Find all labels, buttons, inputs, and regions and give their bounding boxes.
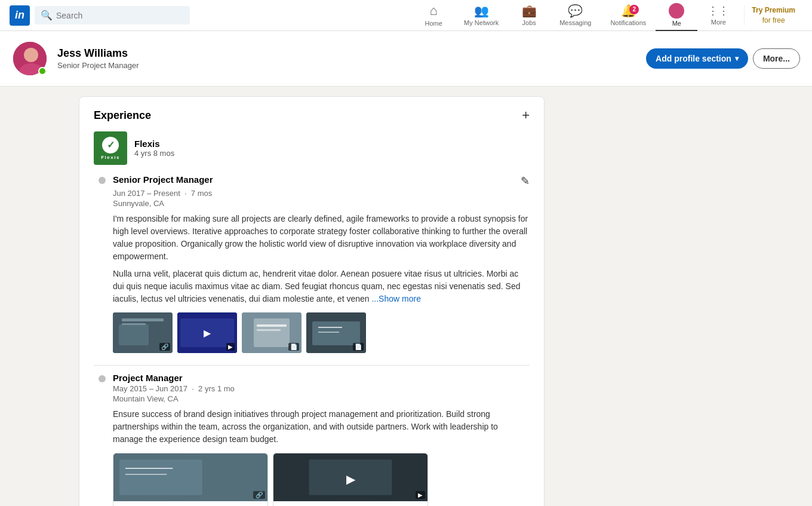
job-location-1: Sunnyvale, CA [113, 199, 530, 208]
media-badge-2: ▶ [226, 343, 235, 351]
nav-notifications-label: Notifications [610, 19, 646, 26]
svg-rect-14 [257, 324, 287, 327]
premium-label: Try Premium [752, 5, 795, 16]
job-location-2: Mountain View, CA [113, 394, 530, 403]
add-profile-section-button[interactable]: Add profile section ▾ [646, 48, 748, 69]
job-desc-1: I'm responsible for making sure all proj… [113, 213, 530, 263]
jobs-icon [522, 4, 537, 18]
messaging-icon [568, 4, 583, 18]
main-layout: Experience + ✓ Flexis Flexis 4 yrs 8 mos [69, 96, 743, 506]
job-content-2: Project Manager May 2015 – Jun 2017 · 2 … [113, 373, 530, 506]
svg-rect-13 [254, 318, 290, 347]
linkedin-logo[interactable]: in [10, 5, 30, 26]
svg-text:▶: ▶ [346, 473, 356, 486]
nav-more[interactable]: ⋮⋮ More [697, 0, 739, 31]
media-card-2-title: Healthy team dynamics [273, 501, 427, 506]
right-sidebar [554, 96, 733, 506]
nav-messaging[interactable]: Messaging [550, 0, 601, 31]
media-card-1[interactable]: 🔗 Managing large scale projects at Flexi… [113, 453, 268, 506]
job-title-1: Senior Project Manager [113, 174, 213, 185]
profile-title: Senior Project Manager [57, 61, 636, 70]
nav-messaging-label: Messaging [559, 19, 591, 26]
company-name: Flexis [134, 139, 174, 149]
nav-home-label: Home [425, 20, 442, 27]
job-meta-1: Jun 2017 – Present · 7 mos [113, 189, 530, 198]
media-badge-3: 📄 [288, 343, 299, 351]
nav-network[interactable]: My Network [454, 0, 508, 31]
grid-icon: ⋮⋮ [708, 4, 729, 17]
svg-rect-8 [122, 323, 146, 325]
section-title: Experience [94, 109, 151, 122]
nav-me[interactable]: Me [656, 0, 697, 31]
svg-rect-15 [257, 329, 281, 331]
premium-sub-label: for free [762, 16, 785, 26]
company-logo-icon: ✓ [102, 137, 119, 154]
company-info: Flexis 4 yrs 8 mos [134, 139, 174, 158]
nav-me-label: Me [672, 20, 681, 27]
svg-text:▶: ▶ [204, 328, 211, 338]
experience-section: Experience + ✓ Flexis Flexis 4 yrs 8 mos [79, 96, 545, 506]
media-thumb-4[interactable]: 📄 [306, 312, 366, 353]
svg-point-3 [24, 48, 38, 62]
company-duration: 4 yrs 8 mos [134, 149, 174, 158]
media-card-2-badge: ▶ [416, 491, 425, 499]
nav-items: Home My Network Jobs Messaging 2 Notific… [413, 0, 802, 31]
nav-notifications[interactable]: 2 Notifications [601, 0, 656, 31]
add-experience-button[interactable]: + [522, 109, 530, 122]
search-input[interactable] [56, 11, 184, 20]
timeline-dot-2 [99, 375, 106, 382]
section-header: Experience + [94, 109, 530, 122]
media-thumb-3[interactable]: 📄 [242, 312, 302, 353]
company-header: ✓ Flexis Flexis 4 yrs 8 mos [94, 131, 530, 165]
premium-button[interactable]: Try Premium for free [744, 5, 802, 26]
svg-rect-21 [119, 459, 202, 495]
media-card-2[interactable]: ▶ ▶ Healthy team dynamics [273, 453, 428, 506]
search-icon: 🔍 [41, 10, 53, 21]
job-header-2: Project Manager [113, 373, 530, 383]
profile-avatar-wrap [12, 41, 48, 76]
job-period-1: Jun 2017 – Present [113, 189, 180, 198]
media-card-2-img: ▶ ▶ [273, 453, 427, 501]
media-badge-4: 📄 [353, 343, 364, 351]
job-duration-2: 2 yrs 1 mo [198, 384, 235, 393]
job-entry-senior-pm: Senior Project Manager ✎ Jun 2017 – Pres… [94, 174, 530, 353]
media-card-1-title: Managing large scale projects at Flexis [113, 501, 267, 506]
profile-name: Jess Williams [57, 47, 636, 60]
profile-info: Jess Williams Senior Project Manager [57, 47, 636, 70]
job-entry-pm: Project Manager May 2015 – Jun 2017 · 2 … [94, 373, 530, 506]
company-logo-text: Flexis [101, 155, 120, 160]
edit-job-1-button[interactable]: ✎ [521, 174, 530, 188]
more-button[interactable]: More... [753, 48, 800, 69]
job-meta-2: May 2015 – Jun 2017 · 2 yrs 1 mo [113, 384, 530, 393]
show-more-1[interactable]: ...Show more [371, 294, 420, 303]
search-bar[interactable]: 🔍 [35, 6, 190, 24]
nav-jobs[interactable]: Jobs [508, 0, 550, 31]
home-icon [429, 3, 437, 19]
add-section-label: Add profile section [656, 54, 731, 63]
nav-network-label: My Network [464, 19, 499, 26]
svg-point-1 [671, 13, 682, 19]
media-thumb-1[interactable]: 🔗 [113, 312, 173, 353]
dropdown-arrow-icon: ▾ [735, 54, 739, 63]
timeline-dot-1 [99, 177, 106, 184]
notification-badge: 2 [629, 5, 639, 14]
svg-rect-6 [119, 324, 149, 345]
job-2-media-cards: 🔗 Managing large scale projects at Flexi… [113, 453, 530, 506]
svg-point-0 [673, 6, 679, 12]
main-content: Experience + ✓ Flexis Flexis 4 yrs 8 mos [79, 96, 545, 506]
svg-rect-7 [122, 318, 164, 321]
job-title-2: Project Manager [113, 373, 183, 383]
company-logo: ✓ Flexis [94, 131, 127, 165]
media-thumb-2[interactable]: ▶ ▶ [177, 312, 237, 353]
profile-actions: Add profile section ▾ More... [646, 48, 800, 69]
navbar: in 🔍 Home My Network Jobs Messaging 2 No… [0, 0, 812, 31]
media-card-1-img: 🔗 [113, 453, 267, 501]
job-1-media: 🔗 ▶ ▶ 📄 📄 [113, 312, 530, 353]
job-header-1: Senior Project Manager ✎ [113, 174, 530, 188]
job-desc-1b: Nulla urna velit, placerat quis dictum a… [113, 268, 530, 305]
job-desc-2: Ensure success of brand design initiativ… [113, 408, 530, 446]
svg-rect-17 [312, 321, 360, 345]
job-period-2: May 2015 – Jun 2017 [113, 384, 187, 393]
nav-home[interactable]: Home [413, 0, 454, 31]
me-avatar [669, 3, 684, 19]
